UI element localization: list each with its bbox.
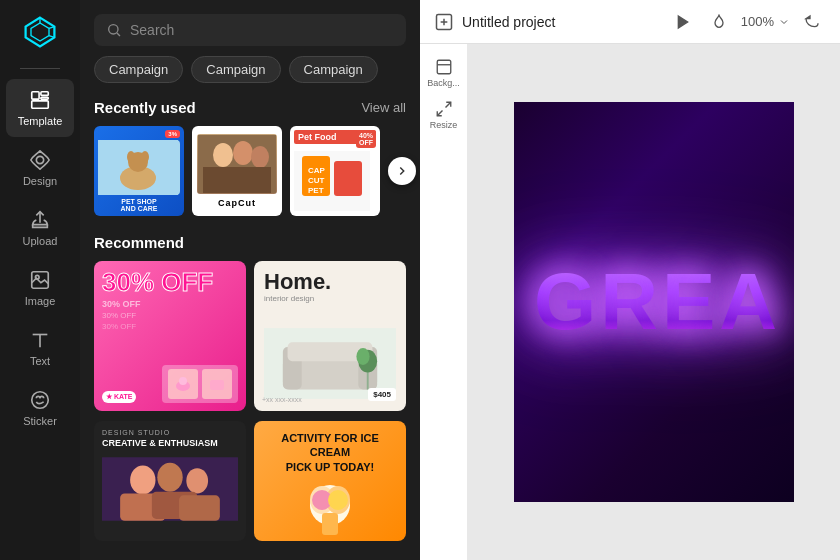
capcut-people-img <box>197 134 277 194</box>
recently-used-header: Recently used View all <box>94 99 406 116</box>
30off-main-text: 30% OFF <box>102 269 238 295</box>
svg-point-20 <box>233 141 253 165</box>
ds-image <box>102 454 238 533</box>
play-button[interactable] <box>669 8 697 36</box>
svg-point-42 <box>157 463 182 492</box>
pet-shop-text: PET SHOPAND CARE <box>121 198 158 212</box>
pet-food-badge: 40%OFF <box>356 130 376 148</box>
et-background-label: Backg... <box>427 78 460 88</box>
svg-point-52 <box>328 490 348 510</box>
svg-rect-4 <box>41 92 48 96</box>
svg-rect-50 <box>322 513 338 535</box>
zoom-level: 100% <box>741 14 774 29</box>
svg-rect-31 <box>210 380 224 390</box>
canvas[interactable]: GREA <box>514 102 794 502</box>
sidebar-item-sticker-label: Sticker <box>23 415 57 427</box>
recommend-header: Recommend <box>94 234 406 251</box>
topbar-right: 100% <box>669 8 826 36</box>
search-icon <box>106 22 122 38</box>
30off-lines: 30% OFF 30% OFF 30% OFF <box>102 299 238 331</box>
et-background[interactable]: Backg... <box>425 54 463 92</box>
zoom-control[interactable]: 100% <box>741 14 790 29</box>
sidebar-item-upload-label: Upload <box>23 235 58 247</box>
svg-point-10 <box>32 392 49 409</box>
app-logo[interactable] <box>22 14 58 68</box>
svg-text:CAP: CAP <box>308 166 326 175</box>
icecream-title: ACTIVITY FOR ICE CREAMPICK UP TODAY! <box>264 431 396 474</box>
sidebar-divider <box>20 68 60 69</box>
recently-used-title: Recently used <box>94 99 196 116</box>
svg-line-57 <box>437 111 442 116</box>
svg-line-12 <box>117 33 120 36</box>
search-placeholder: Search <box>130 22 174 38</box>
et-resize[interactable]: Resize <box>425 96 463 134</box>
editor-toolbar: Backg... Resize <box>420 44 468 560</box>
svg-rect-46 <box>179 495 220 520</box>
sidebar-item-image-label: Image <box>25 295 56 307</box>
rec-thumb-30off[interactable]: 30% OFF 30% OFF 30% OFF 30% OFF ★ KATE <box>94 261 246 411</box>
svg-point-19 <box>213 143 233 167</box>
filter-chip-1[interactable]: Campaign <box>191 56 280 83</box>
ds-tag: DESIGN STUDIO <box>102 429 238 436</box>
sidebar: Template Design Upload Image <box>0 0 80 560</box>
svg-point-16 <box>127 151 135 163</box>
view-all-button[interactable]: View all <box>361 100 406 115</box>
svg-point-39 <box>356 348 369 365</box>
panel-content: Recently used View all 3% <box>80 95 420 560</box>
template-thumb-pet-food[interactable]: Pet Food 40%OFF CAP CUT PET <box>290 126 380 216</box>
kate-badge: ★ KATE <box>102 391 136 403</box>
sidebar-item-template[interactable]: Template <box>6 79 74 137</box>
30off-products <box>162 365 238 403</box>
recommend-grid: 30% OFF 30% OFF 30% OFF 30% OFF ★ KATE <box>94 261 406 411</box>
fire-button[interactable] <box>705 8 733 36</box>
search-bar[interactable]: Search <box>94 14 406 46</box>
svg-rect-3 <box>32 92 39 99</box>
svg-point-11 <box>109 25 118 34</box>
svg-line-56 <box>445 102 450 107</box>
filter-chip-0[interactable]: Campaign <box>94 56 183 83</box>
carousel-next-button[interactable] <box>388 157 416 185</box>
sidebar-item-template-label: Template <box>18 115 63 127</box>
svg-marker-54 <box>678 16 687 28</box>
home-subtitle: interior design <box>264 294 396 303</box>
template-thumb-pet-shop[interactable]: 3% PET SHOPAND CARE <box>94 126 184 216</box>
sidebar-item-text[interactable]: Text <box>6 319 74 377</box>
sidebar-item-sticker[interactable]: Sticker <box>6 379 74 437</box>
editor-body: Backg... Resize GREA <box>420 44 840 560</box>
filter-chips: Campaign Campaign Campaign <box>80 56 420 95</box>
project-icon <box>434 12 454 32</box>
svg-point-30 <box>179 377 187 385</box>
svg-point-7 <box>36 156 43 163</box>
svg-text:CUT: CUT <box>308 176 325 185</box>
rec-thumb-design-studio[interactable]: DESIGN STUDIO CREATIVE & ENTHUSIASM <box>94 421 246 541</box>
svg-text:PET: PET <box>308 186 324 195</box>
template-panel: Search Campaign Campaign Campaign Recent… <box>80 0 420 560</box>
filter-chip-2[interactable]: Campaign <box>289 56 378 83</box>
svg-rect-22 <box>203 167 271 193</box>
capcut-logo-text: CapCut <box>218 198 256 208</box>
svg-rect-55 <box>437 60 451 74</box>
sidebar-item-upload[interactable]: Upload <box>6 199 74 257</box>
recommend-title: Recommend <box>94 234 184 251</box>
sidebar-item-design[interactable]: Design <box>6 139 74 197</box>
canvas-text: GREA <box>534 256 781 348</box>
svg-point-43 <box>186 468 208 493</box>
sidebar-item-design-label: Design <box>23 175 57 187</box>
editor-area: Untitled project 100% <box>420 0 840 560</box>
sidebar-item-image[interactable]: Image <box>6 259 74 317</box>
svg-point-21 <box>251 146 269 168</box>
rec-thumb-icecream[interactable]: ACTIVITY FOR ICE CREAMPICK UP TODAY! <box>254 421 406 541</box>
rec-thumb-home[interactable]: Home. interior design <box>254 261 406 411</box>
pet-shop-image <box>98 140 180 195</box>
home-price: $405 <box>368 388 396 401</box>
topbar-left: Untitled project <box>434 12 555 32</box>
et-resize-label: Resize <box>430 120 458 130</box>
svg-rect-25 <box>334 161 362 196</box>
template-thumb-capcut[interactable]: CapCut <box>192 126 282 216</box>
svg-rect-5 <box>41 97 48 99</box>
undo-button[interactable] <box>798 8 826 36</box>
project-title[interactable]: Untitled project <box>462 14 555 30</box>
badge-pet: 3% <box>165 130 180 138</box>
canvas-container: GREA <box>468 44 840 560</box>
sidebar-item-text-label: Text <box>30 355 50 367</box>
